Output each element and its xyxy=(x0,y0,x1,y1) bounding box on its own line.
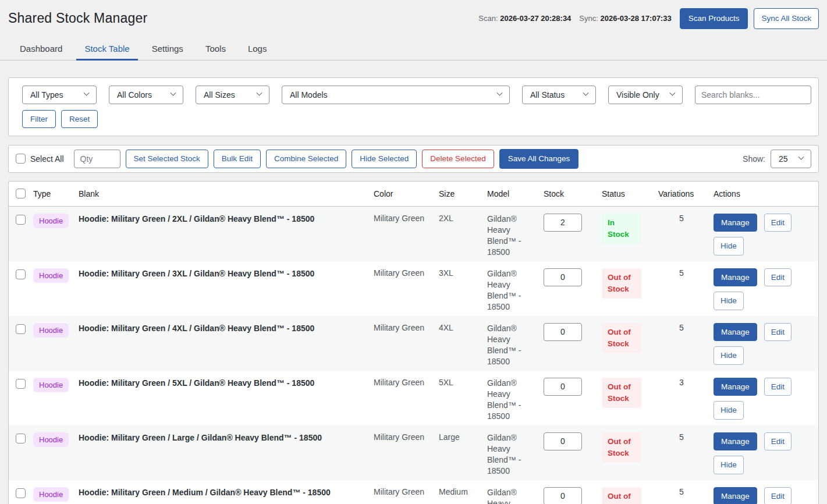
manage-button[interactable]: Manage xyxy=(714,378,757,396)
manage-button[interactable]: Manage xyxy=(714,323,757,342)
header-select-checkbox[interactable] xyxy=(16,189,26,198)
combine-selected-button[interactable]: Combine Selected xyxy=(266,150,346,168)
edit-button[interactable]: Edit xyxy=(764,323,791,342)
hide-button[interactable]: Hide xyxy=(714,346,744,365)
bulk-edit-button[interactable]: Bulk Edit xyxy=(214,150,261,168)
stock-input[interactable] xyxy=(544,378,582,396)
table-header-row: Type Blank Color Size Model Stock Status… xyxy=(9,182,818,207)
tab-settings[interactable]: Settings xyxy=(144,38,191,60)
type-badge: Hoodie xyxy=(33,432,69,447)
manage-button[interactable]: Manage xyxy=(714,487,757,504)
row-checkbox[interactable] xyxy=(16,324,26,334)
manage-button[interactable]: Manage xyxy=(714,432,757,451)
stock-table: Type Blank Color Size Model Stock Status… xyxy=(8,181,819,504)
size-filter-select[interactable]: All Sizes xyxy=(196,86,269,104)
set-selected-stock-button[interactable]: Set Selected Stock xyxy=(126,150,208,168)
col-header-size: Size xyxy=(439,189,487,198)
status-filter-value: All Status xyxy=(530,90,565,100)
hide-button[interactable]: Hide xyxy=(714,456,744,474)
col-header-status: Status xyxy=(602,189,658,198)
status-badge: Out of Stock xyxy=(602,268,641,299)
type-badge: Hoodie xyxy=(33,268,69,283)
color-value: Military Green xyxy=(374,487,439,496)
filter-button[interactable]: Filter xyxy=(22,110,56,129)
chevron-down-icon xyxy=(84,90,90,96)
row-checkbox[interactable] xyxy=(16,215,26,225)
status-filter-select[interactable]: All Status xyxy=(522,86,596,104)
tab-tools[interactable]: Tools xyxy=(197,38,234,60)
select-all-checkbox[interactable] xyxy=(16,154,26,164)
status-badge: Out of Stock xyxy=(602,487,641,504)
visibility-filter-select[interactable]: Visible Only xyxy=(608,86,683,104)
scan-timestamp: Scan: 2026-03-27 20:28:34 xyxy=(478,14,571,23)
stock-input[interactable] xyxy=(544,487,582,504)
search-input[interactable] xyxy=(695,86,811,104)
col-header-variations: Variations xyxy=(658,189,714,198)
size-value: Large xyxy=(439,432,487,442)
stock-input[interactable] xyxy=(544,268,582,286)
blank-title: Hoodie: Military Green / 2XL / Gildan® H… xyxy=(79,214,374,225)
delete-selected-button[interactable]: Delete Selected xyxy=(422,150,494,168)
model-value: Gildan® Heavy Blend™ - 18500 xyxy=(487,432,544,477)
model-value: Gildan® Heavy Blend™ - 18500 xyxy=(487,214,544,258)
scan-sync-meta: Scan: 2026-03-27 20:28:34 Sync: 2026-03-… xyxy=(478,8,819,29)
row-checkbox[interactable] xyxy=(16,434,26,443)
color-filter-select[interactable]: All Colors xyxy=(109,86,183,104)
type-badge: Hoodie xyxy=(33,323,69,338)
stock-input[interactable] xyxy=(544,323,582,341)
table-row: Hoodie Hoodie: Military Green / Medium /… xyxy=(9,480,818,504)
select-all-label: Select All xyxy=(30,154,64,164)
row-checkbox[interactable] xyxy=(16,379,26,389)
stock-input[interactable] xyxy=(544,214,582,232)
status-badge: Out of Stock xyxy=(602,323,641,353)
blank-title: Hoodie: Military Green / Large / Gildan®… xyxy=(79,432,374,443)
table-row: Hoodie Hoodie: Military Green / 3XL / Gi… xyxy=(9,261,818,316)
hide-button[interactable]: Hide xyxy=(714,401,744,420)
type-filter-value: All Types xyxy=(30,90,63,100)
edit-button[interactable]: Edit xyxy=(764,214,791,232)
visibility-filter-value: Visible Only xyxy=(616,90,659,100)
tab-logs[interactable]: Logs xyxy=(240,38,275,60)
edit-button[interactable]: Edit xyxy=(764,268,791,287)
scan-value: 2026-03-27 20:28:34 xyxy=(500,14,571,23)
scan-label: Scan: xyxy=(478,14,498,23)
edit-button[interactable]: Edit xyxy=(764,432,791,451)
hide-button[interactable]: Hide xyxy=(714,237,744,255)
model-value: Gildan® Heavy Blend™ - 18500 xyxy=(487,378,544,422)
edit-button[interactable]: Edit xyxy=(764,487,791,504)
tab-dashboard[interactable]: Dashboard xyxy=(12,38,70,60)
reset-button[interactable]: Reset xyxy=(61,110,98,129)
nav-tabs: Dashboard Stock Table Settings Tools Log… xyxy=(0,38,827,61)
tab-stock-table[interactable]: Stock Table xyxy=(76,38,137,61)
sync-all-stock-button[interactable]: Sync All Stock xyxy=(754,8,819,29)
chevron-down-icon xyxy=(497,90,503,96)
sync-timestamp: Sync: 2026-03-28 17:07:33 xyxy=(579,14,671,23)
model-filter-select[interactable]: All Models xyxy=(282,86,510,104)
variations-count: 5 xyxy=(658,268,714,278)
edit-button[interactable]: Edit xyxy=(764,378,791,396)
size-value: 3XL xyxy=(439,268,487,278)
select-all-control: Select All xyxy=(16,154,64,164)
hide-selected-button[interactable]: Hide Selected xyxy=(352,150,417,168)
model-value: Gildan® Heavy Blend™ - 18500 xyxy=(487,268,544,313)
row-checkbox[interactable] xyxy=(16,488,26,498)
status-badge: Out of Stock xyxy=(602,432,641,463)
col-header-color: Color xyxy=(374,189,439,198)
type-filter-select[interactable]: All Types xyxy=(22,86,97,104)
manage-button[interactable]: Manage xyxy=(714,268,757,287)
stock-input[interactable] xyxy=(544,432,582,450)
hide-button[interactable]: Hide xyxy=(714,292,744,310)
type-badge: Hoodie xyxy=(33,214,69,228)
qty-input[interactable] xyxy=(74,150,120,168)
chevron-down-icon xyxy=(798,154,804,160)
model-value: Gildan® Heavy Blend™ - 18500 xyxy=(487,323,544,367)
color-value: Military Green xyxy=(374,432,439,442)
row-checkbox[interactable] xyxy=(16,269,26,279)
scan-products-button[interactable]: Scan Products xyxy=(680,8,748,29)
save-all-changes-button[interactable]: Save All Changes xyxy=(499,149,579,169)
manage-button[interactable]: Manage xyxy=(714,214,757,232)
page-title: Shared Stock Manager xyxy=(8,10,147,26)
chevron-down-icon xyxy=(670,90,676,96)
blank-title: Hoodie: Military Green / Medium / Gildan… xyxy=(79,487,374,498)
show-count-select[interactable]: 25 xyxy=(771,150,811,168)
